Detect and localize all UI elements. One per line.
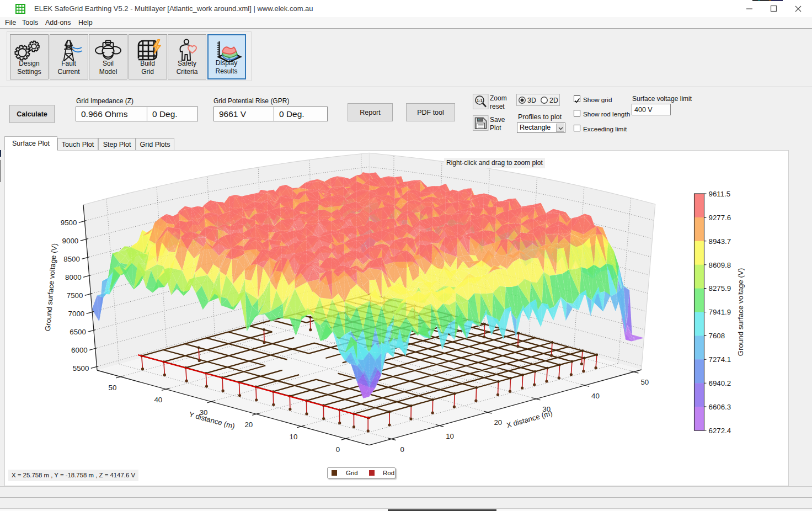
svg-text:9611.5: 9611.5 bbox=[709, 190, 731, 198]
svg-text:7274.1: 7274.1 bbox=[709, 355, 731, 364]
svg-text:0: 0 bbox=[336, 445, 340, 454]
svg-text:20: 20 bbox=[494, 418, 502, 427]
svg-text:8943.7: 8943.7 bbox=[709, 237, 731, 246]
svg-text:10: 10 bbox=[290, 433, 298, 441]
svg-text:0: 0 bbox=[400, 445, 404, 454]
svg-text:50: 50 bbox=[109, 384, 117, 392]
svg-text:6272.4: 6272.4 bbox=[709, 427, 731, 435]
svg-text:6000: 6000 bbox=[71, 346, 88, 354]
svg-text:20: 20 bbox=[244, 420, 253, 429]
svg-text:7500: 7500 bbox=[67, 291, 83, 300]
svg-text:X distance (m): X distance (m) bbox=[505, 409, 553, 429]
svg-text:7941.9: 7941.9 bbox=[709, 308, 731, 316]
svg-text:8500: 8500 bbox=[63, 255, 80, 263]
svg-text:10: 10 bbox=[446, 432, 454, 440]
svg-text:Y distance (m): Y distance (m) bbox=[188, 410, 236, 430]
svg-text:7000: 7000 bbox=[68, 310, 85, 318]
svg-text:40: 40 bbox=[591, 392, 600, 400]
svg-text:40: 40 bbox=[154, 396, 162, 404]
svg-text:Ground surface voltage (V): Ground surface voltage (V) bbox=[44, 243, 58, 331]
svg-text:8000: 8000 bbox=[65, 273, 82, 281]
svg-text:6500: 6500 bbox=[70, 328, 86, 336]
svg-text:8275.9: 8275.9 bbox=[709, 284, 731, 292]
svg-text:7608: 7608 bbox=[709, 332, 725, 340]
svg-text:9500: 9500 bbox=[61, 219, 77, 227]
svg-text:6940.2: 6940.2 bbox=[709, 379, 731, 387]
svg-text:5500: 5500 bbox=[73, 364, 89, 372]
svg-text:Ground surface voltage (V): Ground surface voltage (V) bbox=[736, 268, 745, 356]
svg-text:50: 50 bbox=[640, 378, 649, 386]
svg-text:6606.3: 6606.3 bbox=[709, 403, 731, 411]
svg-text:9277.6: 9277.6 bbox=[709, 214, 731, 222]
svg-text:8609.8: 8609.8 bbox=[709, 261, 731, 269]
svg-text:9000: 9000 bbox=[62, 237, 79, 245]
